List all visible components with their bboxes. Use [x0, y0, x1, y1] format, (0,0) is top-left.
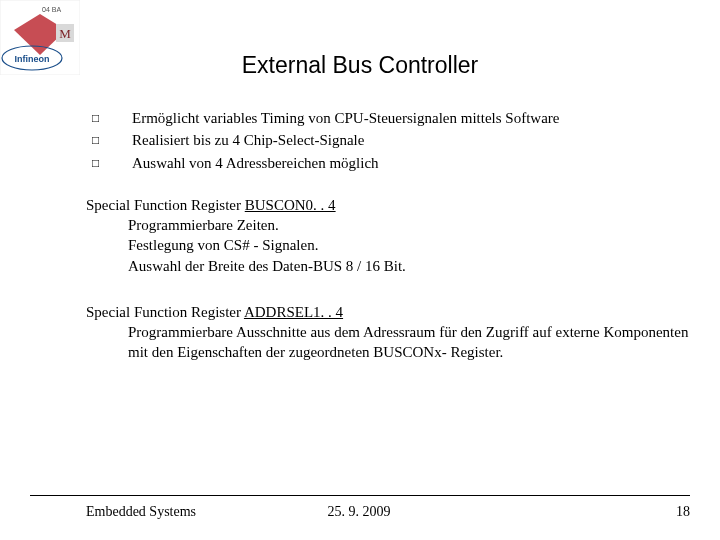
section-head-prefix: Special Function Register	[86, 304, 244, 320]
section-body: Programmierbare Ausschnitte aus dem Adre…	[86, 322, 690, 363]
section-head-underlined: BUSCON0. . 4	[245, 197, 336, 213]
footer-divider	[30, 495, 690, 496]
slide-body: □ Ermöglicht variables Timing von CPU-St…	[86, 108, 690, 389]
footer-center: 25. 9. 2009	[328, 504, 509, 520]
section-line: Auswahl der Breite des Daten-BUS 8 / 16 …	[128, 256, 690, 276]
section-heading: Special Function Register BUSCON0. . 4	[86, 195, 690, 215]
section-head-prefix: Special Function Register	[86, 197, 245, 213]
section-addrsel: Special Function Register ADDRSEL1. . 4 …	[86, 302, 690, 363]
bullet-item: □ Auswahl von 4 Adressbereichen möglich	[86, 153, 690, 173]
logo-m-label: M	[59, 26, 71, 41]
bullet-item: □ Realisiert bis zu 4 Chip-Select-Signal…	[86, 130, 690, 150]
bullet-marker: □	[86, 108, 132, 128]
section-line: Programmierbare Zeiten.	[128, 215, 690, 235]
section-line: Festlegung von CS# - Signalen.	[128, 235, 690, 255]
bullet-text: Auswahl von 4 Adressbereichen möglich	[132, 153, 690, 173]
section-heading: Special Function Register ADDRSEL1. . 4	[86, 302, 690, 322]
slide-title: External Bus Controller	[0, 52, 720, 79]
section-head-underlined: ADDRSEL1. . 4	[244, 304, 343, 320]
bullet-item: □ Ermöglicht variables Timing von CPU-St…	[86, 108, 690, 128]
logo-top-label: 04 BA	[42, 6, 61, 13]
bullet-marker: □	[86, 153, 132, 173]
section-buscon: Special Function Register BUSCON0. . 4 P…	[86, 195, 690, 276]
footer-left: Embedded Systems	[30, 504, 328, 520]
bullet-list: □ Ermöglicht variables Timing von CPU-St…	[86, 108, 690, 173]
section-body: Programmierbare Zeiten. Festlegung von C…	[86, 215, 690, 276]
bullet-marker: □	[86, 130, 132, 150]
footer-right: 18	[509, 504, 690, 520]
section-line: Programmierbare Ausschnitte aus dem Adre…	[128, 322, 690, 363]
bullet-text: Realisiert bis zu 4 Chip-Select-Signale	[132, 130, 690, 150]
bullet-text: Ermöglicht variables Timing von CPU-Steu…	[132, 108, 690, 128]
slide-footer: Embedded Systems 25. 9. 2009 18	[30, 504, 690, 520]
